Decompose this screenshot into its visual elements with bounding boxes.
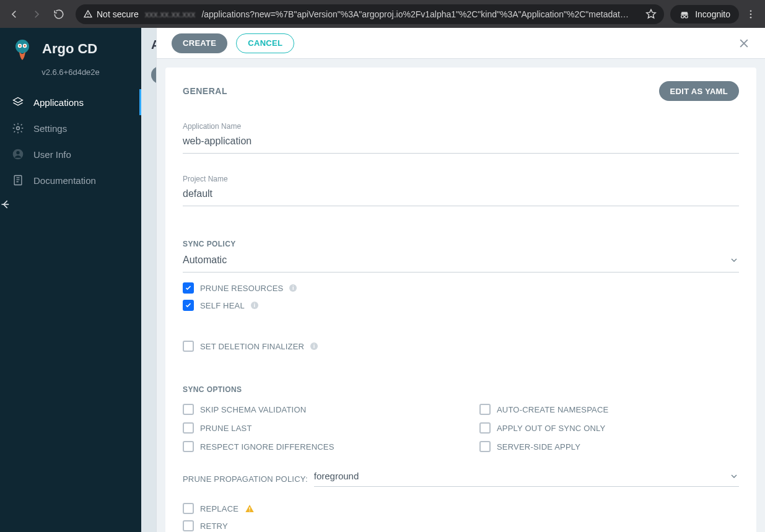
version-text: v2.6.6+6d4de2e	[0, 64, 141, 89]
checkbox-set-deletion-finalizer[interactable]: SET DELETION FINALIZER i	[183, 341, 739, 352]
sidebar-nav: Applications Settings User Info Document…	[0, 89, 141, 193]
checkbox-apply-out-of-sync-only[interactable]: APPLY OUT OF SYNC ONLY	[479, 422, 739, 434]
incognito-icon	[679, 9, 690, 20]
svg-point-0	[87, 15, 88, 16]
browser-forward-button[interactable]	[26, 4, 47, 25]
checkbox-off-icon	[183, 441, 194, 452]
chevron-down-icon	[729, 471, 739, 481]
svg-point-13	[16, 151, 19, 154]
field-application-name: Application Name web-application	[183, 122, 739, 154]
checkbox-replace[interactable]: REPLACE	[183, 503, 739, 514]
checkbox-off-icon	[479, 422, 491, 434]
warning-icon	[245, 504, 255, 513]
info-icon[interactable]: i	[289, 284, 297, 292]
collapse-sidebar-button[interactable]	[0, 198, 141, 211]
checkbox-self-heal[interactable]: SELF HEAL i	[183, 300, 739, 311]
form-card: GENERAL EDIT AS YAML Application Name we…	[165, 68, 756, 532]
prune-propagation-label: PRUNE PROPAGATION POLICY:	[183, 474, 308, 484]
incognito-chip[interactable]: Incognito	[670, 5, 739, 24]
svg-point-11	[17, 127, 20, 130]
browser-menu-button[interactable]	[740, 4, 761, 25]
checkbox-retry[interactable]: RETRY	[183, 520, 739, 531]
checkbox-prune-last[interactable]: PRUNE LAST	[183, 422, 442, 434]
checkbox-prune-resources[interactable]: PRUNE RESOURCES i	[183, 282, 739, 294]
panel-header: CREATE CANCEL	[157, 28, 765, 59]
sidebar-item-label: User Info	[33, 149, 71, 160]
checkbox-on-icon	[183, 282, 194, 294]
svg-point-1	[681, 15, 684, 18]
sidebar: Argo CD v2.6.6+6d4de2e Applications Sett…	[0, 28, 141, 532]
checkbox-off-icon	[183, 422, 194, 434]
chevron-down-icon	[729, 255, 739, 265]
browser-url-bar[interactable]: Not secure xxx.xx.xx.xxx /applications?n…	[76, 4, 664, 24]
sidebar-item-label: Settings	[33, 123, 67, 134]
checkbox-off-icon	[183, 503, 194, 514]
checkbox-off-icon	[183, 341, 194, 352]
svg-rect-15	[249, 507, 250, 510]
create-button[interactable]: CREATE	[172, 33, 227, 53]
svg-point-6	[15, 40, 29, 53]
create-application-panel: CREATE CANCEL GENERAL EDIT AS YAML Appli…	[156, 28, 765, 532]
sync-policy-select[interactable]: Automatic	[183, 252, 739, 273]
checkbox-skip-schema-validation[interactable]: SKIP SCHEMA VALIDATION	[183, 404, 442, 415]
browser-back-button[interactable]	[4, 4, 25, 25]
not-secure-chip: Not secure	[83, 9, 139, 19]
prune-propagation-select[interactable]: foreground	[314, 471, 739, 487]
svg-rect-14	[14, 176, 22, 185]
browser-chrome: Not secure xxx.xx.xx.xxx /applications?n…	[0, 0, 765, 28]
checkbox-respect-ignore-differences[interactable]: RESPECT IGNORE DIFFERENCES	[183, 441, 442, 452]
checkbox-off-icon	[183, 404, 194, 415]
svg-point-2	[685, 15, 688, 18]
section-general-title: GENERAL	[183, 86, 227, 96]
svg-point-3	[750, 10, 752, 12]
sidebar-item-settings[interactable]: Settings	[0, 115, 141, 141]
field-project-name: Project Name default	[183, 175, 739, 206]
bookmark-star-icon[interactable]	[645, 9, 657, 20]
info-icon[interactable]: i	[310, 342, 318, 350]
main-area: A CREATE CANCEL GENERAL EDIT AS YAML	[141, 28, 765, 532]
section-sync-options-title: SYNC OPTIONS	[183, 385, 739, 394]
edit-as-yaml-button[interactable]: EDIT AS YAML	[659, 81, 739, 101]
info-icon[interactable]: i	[251, 302, 258, 309]
sidebar-item-applications[interactable]: Applications	[0, 89, 141, 115]
prune-propagation-row: PRUNE PROPAGATION POLICY: foreground	[183, 471, 739, 487]
svg-point-4	[750, 13, 752, 15]
sidebar-item-label: Documentation	[33, 175, 96, 186]
svg-rect-16	[249, 510, 250, 511]
cancel-button[interactable]: CANCEL	[236, 33, 294, 53]
url-host-blurred: xxx.xx.xx.xxx	[145, 9, 196, 19]
svg-point-10	[24, 45, 26, 47]
url-path: /applications?new=%7B"apiVersion"%3A"arg…	[201, 9, 639, 19]
checkbox-on-icon	[183, 300, 194, 311]
close-icon[interactable]	[738, 37, 750, 50]
checkbox-server-side-apply[interactable]: SERVER-SIDE APPLY	[479, 441, 739, 452]
checkbox-auto-create-namespace[interactable]: AUTO-CREATE NAMESPACE	[479, 404, 739, 415]
user-icon	[11, 147, 25, 161]
argo-logo-icon	[11, 38, 33, 60]
application-name-input[interactable]: web-application	[183, 133, 739, 154]
gear-icon	[11, 121, 25, 135]
sidebar-item-user-info[interactable]: User Info	[0, 141, 141, 167]
checkbox-off-icon	[183, 520, 194, 531]
panel-body[interactable]: GENERAL EDIT AS YAML Application Name we…	[157, 59, 765, 532]
layers-icon	[11, 95, 25, 109]
field-label: Application Name	[183, 122, 739, 131]
sidebar-item-label: Applications	[33, 97, 84, 108]
brand-title: Argo CD	[42, 41, 97, 57]
checkbox-off-icon	[479, 441, 491, 452]
project-name-input[interactable]: default	[183, 186, 739, 206]
field-label: Project Name	[183, 175, 739, 183]
svg-point-5	[750, 16, 752, 18]
brand: Argo CD	[0, 35, 141, 64]
book-icon	[11, 173, 25, 187]
sidebar-item-documentation[interactable]: Documentation	[0, 167, 141, 193]
checkbox-off-icon	[479, 404, 491, 415]
svg-point-9	[19, 45, 21, 47]
section-sync-policy-title: SYNC POLICY	[183, 240, 739, 248]
browser-reload-button[interactable]	[48, 4, 69, 25]
